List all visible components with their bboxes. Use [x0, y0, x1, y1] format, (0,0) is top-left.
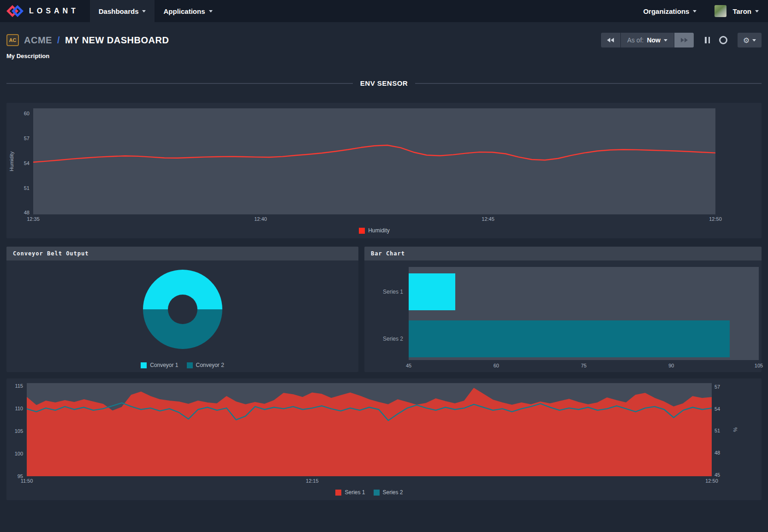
y-axis-tick: 48	[714, 450, 720, 455]
chevron-down-icon	[755, 10, 759, 12]
nav-tab-dashboards[interactable]: Dashboards	[90, 0, 155, 22]
y-axis: 6057545148	[17, 108, 33, 214]
chart-legend: Series 1Series 2	[27, 485, 712, 499]
y-axis-tick: 57	[714, 384, 720, 390]
y-axis-tick: 57	[24, 136, 30, 141]
user-menu[interactable]: Taron	[731, 7, 761, 15]
x-axis-tick: 45	[406, 363, 411, 368]
x-axis-tick: 60	[494, 363, 499, 368]
chevron-down-icon	[693, 10, 697, 12]
line-plot-area	[33, 108, 715, 214]
time-back-button[interactable]	[601, 33, 620, 47]
legend-item: Conveyor 2	[187, 362, 224, 368]
section-divider: ENV SENSOR	[6, 79, 762, 87]
chart-legend: Humidity	[33, 224, 715, 237]
y-axis-tick: 115	[15, 383, 23, 389]
dashboard-description: My Description	[6, 53, 762, 60]
chevron-down-icon	[752, 39, 756, 41]
legend-label: Conveyor 1	[150, 362, 178, 368]
pause-icon	[708, 37, 710, 43]
avatar[interactable]	[714, 5, 726, 17]
legend-label: Humidity	[368, 227, 390, 234]
y-axis-right: 5754514845	[712, 383, 730, 476]
breadcrumb: AC ACME / MY NEW DASHBOARD	[6, 34, 169, 46]
nav-tab-label: Dashboards	[99, 7, 139, 15]
org-badge[interactable]: AC	[6, 34, 19, 46]
y-axis-tick: 54	[24, 160, 30, 166]
fast-forward-icon	[681, 38, 684, 42]
breadcrumb-separator: /	[57, 35, 60, 46]
legend-item: Series 1	[335, 489, 365, 496]
area-chart-panel: 11511010510095 5754514845 % 11:5012:1512…	[6, 378, 762, 500]
panel-title: Conveyor Belt Output	[6, 247, 358, 260]
conveyor-belt-panel: Conveyor Belt Output Conveyor 1Conveyor …	[6, 247, 358, 372]
as-of-label: As of:	[627, 36, 644, 44]
spinner-icon	[719, 36, 727, 44]
time-forward-button[interactable]	[674, 33, 694, 47]
as-of-dropdown[interactable]: As of: Now	[621, 33, 674, 47]
middle-row: Conveyor Belt Output Conveyor 1Conveyor …	[6, 247, 762, 372]
chart-legend: Conveyor 1Conveyor 2	[141, 362, 224, 368]
nav-tab-label: Applications	[163, 7, 205, 15]
as-of-value: Now	[647, 36, 661, 44]
humidity-chart: Humidity 6057545148	[6, 108, 715, 214]
y-axis-right-title: %	[730, 383, 740, 476]
organizations-label: Organizations	[643, 7, 689, 15]
x-axis-tick: 12:50	[709, 216, 722, 222]
user-name: Taron	[732, 7, 751, 15]
chevron-down-icon	[142, 10, 146, 12]
navbar: LOSANT Dashboards Applications Organizat…	[0, 0, 768, 22]
pause-button[interactable]	[705, 37, 710, 43]
humidity-chart-panel: Humidity 6057545148 12:3512:4012:4512:50…	[6, 103, 762, 238]
gear-icon: ⚙	[743, 36, 750, 45]
organizations-menu[interactable]: Organizations	[634, 7, 705, 15]
y-axis-tick: 45	[714, 472, 720, 478]
nav-tab-applications[interactable]: Applications	[155, 0, 221, 22]
series-series-1	[27, 389, 712, 476]
legend-swatch	[141, 362, 147, 368]
dashboard-header: AC ACME / MY NEW DASHBOARD As of: Now ⚙	[6, 32, 762, 48]
x-axis-tick: 12:40	[254, 216, 267, 222]
y-axis-tick: 48	[24, 210, 30, 215]
y-axis-tick: 51	[714, 428, 720, 433]
legend-item: Humidity	[359, 227, 390, 234]
x-axis: 11:5012:1512:50	[27, 476, 712, 485]
donut-chart: Conveyor 1Conveyor 2	[6, 260, 358, 372]
x-axis-tick: 12:15	[306, 478, 319, 484]
fast-forward-icon	[685, 38, 688, 42]
legend-item: Conveyor 1	[141, 362, 178, 368]
area-chart: 11511010510095 5754514845 %	[6, 383, 740, 476]
legend-label: Series 1	[345, 489, 365, 496]
brand[interactable]: LOSANT	[6, 0, 90, 22]
bar-category-labels: Series 1Series 2	[364, 267, 409, 360]
legend-swatch	[187, 362, 193, 368]
x-axis-tick: 12:50	[705, 478, 718, 484]
x-axis-tick: 90	[668, 363, 674, 368]
chevron-down-icon	[664, 39, 667, 41]
x-axis-tick: 12:35	[27, 216, 40, 222]
bar-series-2	[409, 320, 730, 357]
y-axis-tick: 60	[24, 111, 30, 116]
losant-logo-icon	[6, 5, 24, 17]
x-axis-tick: 105	[755, 363, 763, 368]
bar-plot-area	[409, 267, 759, 360]
donut-plot	[143, 270, 222, 349]
bar-series-1	[409, 273, 455, 310]
x-axis-tick: 75	[581, 363, 586, 368]
series-humidity	[33, 145, 715, 162]
bar-chart: Series 1Series 2	[364, 260, 762, 360]
y-axis-tick: 105	[15, 428, 23, 434]
x-axis-tick: 12:45	[482, 216, 494, 222]
y-axis-tick: 100	[15, 451, 23, 456]
bar-category-label: Series 1	[364, 273, 409, 310]
pause-icon	[705, 37, 707, 43]
rewind-icon	[607, 38, 610, 42]
bar-chart-panel: Bar Chart Series 1Series 2 45607590105	[364, 247, 762, 372]
rewind-icon	[611, 38, 614, 42]
settings-button[interactable]: ⚙	[738, 33, 762, 47]
y-axis-left: 11511010510095	[6, 383, 27, 476]
breadcrumb-org-link[interactable]: ACME	[24, 35, 52, 46]
legend-swatch	[359, 228, 365, 234]
area-series	[27, 383, 712, 476]
legend-label: Conveyor 2	[196, 362, 224, 368]
